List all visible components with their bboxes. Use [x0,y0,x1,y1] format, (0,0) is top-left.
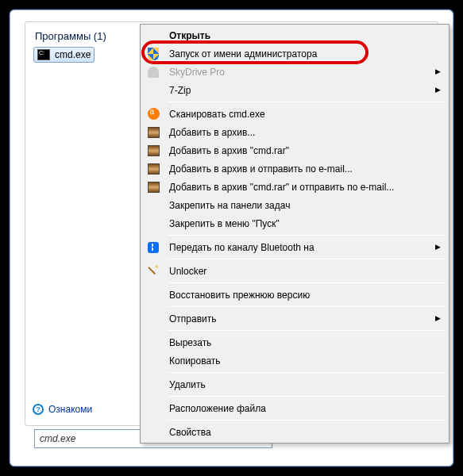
info-icon: ? [33,404,44,415]
context-menu-separator [168,282,446,283]
ctx-delete[interactable]: Удалить [142,375,447,393]
ctx-item-label: Удалить [169,379,206,390]
ctx-item-label: Отправить [169,313,217,324]
ctx-send-to[interactable]: Отправить▶ [142,309,447,328]
ctx-unlocker[interactable]: Unlocker [142,262,447,280]
ctx-item-label: Расположение файла [169,403,266,414]
ctx-item-label: SkyDrive Pro [169,67,225,78]
ctx-pin-start[interactable]: Закрепить в меню "Пуск" [142,214,447,232]
shield-icon [146,47,160,60]
ctx-cut[interactable]: Вырезать [142,333,447,351]
winrar-icon [146,144,160,157]
ctx-avast-scan[interactable]: Сканировать cmd.exe [142,105,447,123]
ctx-rar-add-email[interactable]: Добавить в архив и отправить по e-mail..… [142,159,447,178]
ctx-open[interactable]: Открыть [142,26,447,44]
ctx-rar-add-cmd-email[interactable]: Добавить в архив "cmd.rar" и отправить п… [142,178,447,196]
ctx-item-label: Открыть [169,30,210,41]
context-menu-separator [168,420,446,420]
cmd-icon [37,49,50,60]
context-menu-separator [168,396,446,397]
ctx-seven-zip[interactable]: 7-Zip▶ [142,81,447,99]
ctx-item-label: Добавить в архив "cmd.rar" [169,145,289,156]
ctx-item-label: Восстановить прежнюю версию [169,290,310,301]
ctx-item-label: Добавить в архив "cmd.rar" и отправить п… [169,182,394,193]
search-result-label: cmd.exe [55,49,91,60]
ctx-item-label: Сканировать cmd.exe [169,109,265,120]
ctx-item-label: Добавить в архив и отправить по e-mail..… [169,163,353,175]
ctx-copy[interactable]: Копировать [142,351,447,370]
see-more-results-label: Ознакоми [48,404,92,415]
ctx-item-label: Закрепить на панели задач [169,200,290,211]
context-menu-separator [168,372,446,373]
context-menu-separator [168,235,446,236]
ctx-skydrive-pro: SkyDrive Pro▶ [142,63,447,81]
ctx-rar-add[interactable]: Добавить в архив... [142,123,447,141]
winrar-icon [146,162,160,175]
ctx-rar-add-cmd[interactable]: Добавить в архив "cmd.rar" [142,141,447,159]
winrar-icon [146,125,160,139]
ctx-item-label: Закрепить в меню "Пуск" [169,218,280,229]
ctx-item-label: Вырезать [169,337,211,348]
context-menu-separator [168,102,446,102]
chevron-right-icon: ▶ [435,243,441,251]
ctx-bluetooth-send[interactable]: Передать по каналу Bluetooth на▶ [142,238,447,256]
context-menu-separator [168,330,446,331]
chevron-right-icon: ▶ [435,314,441,322]
context-menu: ОткрытьЗапуск от имени администратораSky… [140,24,449,443]
see-more-results-link[interactable]: ? Ознакоми [33,404,92,415]
chevron-right-icon: ▶ [435,86,441,94]
search-result-cmd[interactable]: cmd.exe [33,47,95,63]
bt-icon [146,240,160,254]
ctx-item-label: Копировать [169,355,221,367]
ctx-item-label: Свойства [169,427,211,438]
ctx-item-label: Добавить в архив... [169,127,255,138]
avast-icon [146,107,160,121]
chevron-right-icon: ▶ [435,67,441,75]
person-icon [146,65,160,79]
context-menu-separator [168,259,446,259]
ctx-item-label: 7-Zip [169,85,191,96]
ctx-open-location[interactable]: Расположение файла [142,399,447,417]
ctx-item-label: Запуск от имени администратора [169,48,317,60]
context-menu-separator [168,306,446,307]
winrar-icon [146,180,160,194]
ctx-restore-prev[interactable]: Восстановить прежнюю версию [142,286,447,304]
ctx-item-label: Unlocker [169,266,206,277]
ctx-item-label: Передать по каналу Bluetooth на [169,242,314,253]
wand-icon [146,264,160,278]
ctx-run-as-admin[interactable]: Запуск от имени администратора [142,44,447,63]
ctx-pin-taskbar[interactable]: Закрепить на панели задач [142,196,447,214]
ctx-properties[interactable]: Свойства [142,423,447,441]
